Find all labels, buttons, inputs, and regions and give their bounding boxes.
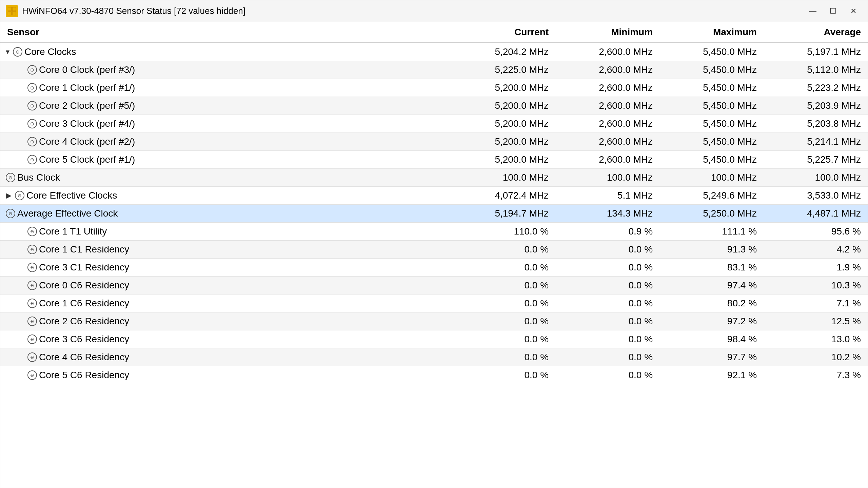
maximize-button[interactable]: ☐ xyxy=(824,4,842,18)
table-row[interactable]: ⊖Core 1 T1 Utility110.0 %0.9 %111.1 %95.… xyxy=(0,223,868,241)
row-label-container: ⊖Core 1 C6 Residency xyxy=(27,298,445,309)
expand-arrow-icon[interactable]: ▶ xyxy=(6,191,12,200)
sensor-average-value: 10.2 % xyxy=(764,348,868,366)
sensor-minimum-value: 0.0 % xyxy=(555,366,659,384)
sensor-label-cell: ▾⊖Core Clocks xyxy=(0,43,451,61)
sensor-average-value: 5,225.7 MHz xyxy=(764,151,868,169)
row-label-container: ⊖Core 3 Clock (perf #4/) xyxy=(27,118,445,129)
table-row[interactable]: ⊖Core 2 Clock (perf #5/)5,200.0 MHz2,600… xyxy=(0,97,868,115)
sensor-maximum-value: 5,450.0 MHz xyxy=(659,97,764,115)
sensor-maximum-value: 97.7 % xyxy=(659,348,764,366)
table-row[interactable]: ⊖Core 3 Clock (perf #4/)5,200.0 MHz2,600… xyxy=(0,115,868,133)
row-label-container: ⊖Core 4 C6 Residency xyxy=(27,352,445,363)
header-minimum: Minimum xyxy=(555,22,659,43)
sensor-minimum-value: 134.3 MHz xyxy=(555,205,659,223)
sensor-current-value: 0.0 % xyxy=(451,259,555,277)
table-row[interactable]: ⊖Core 5 C6 Residency0.0 %0.0 %92.1 %7.3 … xyxy=(0,366,868,384)
sensor-label-cell: ▶⊖Core Effective Clocks xyxy=(0,187,451,205)
sensor-name-text: Core 2 Clock (perf #5/) xyxy=(39,100,135,111)
sensor-average-value: 5,214.1 MHz xyxy=(764,133,868,151)
sensor-label-cell: ⊖Core 5 Clock (perf #1/) xyxy=(0,151,451,169)
row-label-container: ▾⊖Core Clocks xyxy=(6,46,445,57)
sensor-circle-icon: ⊖ xyxy=(6,209,15,218)
collapse-arrow-icon[interactable]: ▾ xyxy=(6,47,9,56)
sensor-average-value: 4,487.1 MHz xyxy=(764,205,868,223)
sensor-minimum-value: 0.0 % xyxy=(555,241,659,259)
sensor-average-value: 7.1 % xyxy=(764,294,868,312)
sensor-name-text: Core 3 C1 Residency xyxy=(39,262,129,273)
app-icon xyxy=(6,5,18,17)
sensor-circle-icon: ⊖ xyxy=(13,47,22,57)
sensor-name-text: Core 2 C6 Residency xyxy=(39,316,129,327)
close-button[interactable]: ✕ xyxy=(845,4,862,18)
table-row[interactable]: ⊖Core 5 Clock (perf #1/)5,200.0 MHz2,600… xyxy=(0,151,868,169)
table-row[interactable]: ⊖Core 4 Clock (perf #2/)5,200.0 MHz2,600… xyxy=(0,133,868,151)
sensor-label-cell: ⊖Average Effective Clock xyxy=(0,205,451,223)
row-label-container: ⊖Core 2 C6 Residency xyxy=(27,316,445,327)
table-row[interactable]: ⊖Core 0 Clock (perf #3/)5,225.0 MHz2,600… xyxy=(0,61,868,79)
sensor-label-cell: ⊖Bus Clock xyxy=(0,169,451,187)
sensor-circle-icon: ⊖ xyxy=(27,352,37,362)
table-row[interactable]: ⊖Bus Clock100.0 MHz100.0 MHz100.0 MHz100… xyxy=(0,169,868,187)
row-label-container: ⊖Core 1 Clock (perf #1/) xyxy=(27,82,445,93)
sensor-maximum-value: 5,249.6 MHz xyxy=(659,187,764,205)
table-row[interactable]: ⊖Core 4 C6 Residency0.0 %0.0 %97.7 %10.2… xyxy=(0,348,868,366)
table-row[interactable]: ⊖Core 2 C6 Residency0.0 %0.0 %97.2 %12.5… xyxy=(0,312,868,330)
row-label-container: ⊖Average Effective Clock xyxy=(6,208,445,219)
table-row[interactable]: ▶⊖Core Effective Clocks4,072.4 MHz5.1 MH… xyxy=(0,187,868,205)
sensor-maximum-value: 100.0 MHz xyxy=(659,169,764,187)
table-row[interactable]: ⊖Core 1 Clock (perf #1/)5,200.0 MHz2,600… xyxy=(0,79,868,97)
sensor-average-value: 5,203.8 MHz xyxy=(764,115,868,133)
sensor-current-value: 5,204.2 MHz xyxy=(451,43,555,61)
sensor-name-text: Bus Clock xyxy=(17,172,60,183)
sensor-name-text: Core 3 Clock (perf #4/) xyxy=(39,118,135,129)
table-row[interactable]: ⊖Core 0 C6 Residency0.0 %0.0 %97.4 %10.3… xyxy=(0,277,868,294)
table-row[interactable]: ⊖Core 3 C6 Residency0.0 %0.0 %98.4 %13.0… xyxy=(0,330,868,348)
row-label-container: ⊖Core 4 Clock (perf #2/) xyxy=(27,136,445,147)
sensor-current-value: 0.0 % xyxy=(451,277,555,294)
table-row[interactable]: ⊖Core 3 C1 Residency0.0 %0.0 %83.1 %1.9 … xyxy=(0,259,868,277)
sensor-label-cell: ⊖Core 1 T1 Utility xyxy=(0,223,451,241)
sensor-current-value: 0.0 % xyxy=(451,366,555,384)
sensor-minimum-value: 5.1 MHz xyxy=(555,187,659,205)
sensor-average-value: 5,112.0 MHz xyxy=(764,61,868,79)
row-label-container: ⊖Core 3 C6 Residency xyxy=(27,334,445,345)
header-maximum: Maximum xyxy=(659,22,764,43)
sensor-average-value: 3,533.0 MHz xyxy=(764,187,868,205)
titlebar-left: HWiNFO64 v7.30-4870 Sensor Status [72 va… xyxy=(6,5,245,17)
sensor-current-value: 0.0 % xyxy=(451,294,555,312)
table-row[interactable]: ▾⊖Core Clocks5,204.2 MHz2,600.0 MHz5,450… xyxy=(0,43,868,61)
sensor-minimum-value: 2,600.0 MHz xyxy=(555,151,659,169)
sensor-label-cell: ⊖Core 5 C6 Residency xyxy=(0,366,451,384)
sensor-circle-icon: ⊖ xyxy=(27,119,37,128)
sensor-minimum-value: 2,600.0 MHz xyxy=(555,133,659,151)
sensor-minimum-value: 2,600.0 MHz xyxy=(555,97,659,115)
sensor-minimum-value: 0.0 % xyxy=(555,348,659,366)
table-row[interactable]: ⊖Average Effective Clock5,194.7 MHz134.3… xyxy=(0,205,868,223)
minimize-button[interactable]: — xyxy=(804,4,822,18)
sensor-circle-icon: ⊖ xyxy=(15,191,24,200)
sensor-name-text: Core 4 Clock (perf #2/) xyxy=(39,136,135,147)
sensor-circle-icon: ⊖ xyxy=(27,263,37,272)
sensor-name-text: Core 3 C6 Residency xyxy=(39,334,129,345)
sensor-average-value: 95.6 % xyxy=(764,223,868,241)
table-header-row: Sensor Current Minimum Maximum Average xyxy=(0,22,868,43)
row-label-container: ⊖Core 2 Clock (perf #5/) xyxy=(27,100,445,111)
sensor-label-cell: ⊖Core 0 Clock (perf #3/) xyxy=(0,61,451,79)
sensor-current-value: 5,194.7 MHz xyxy=(451,205,555,223)
sensor-current-value: 5,200.0 MHz xyxy=(451,133,555,151)
row-label-container: ⊖Core 5 Clock (perf #1/) xyxy=(27,154,445,165)
table-row[interactable]: ⊖Core 1 C1 Residency0.0 %0.0 %91.3 %4.2 … xyxy=(0,241,868,259)
sensor-circle-icon: ⊖ xyxy=(27,334,37,344)
sensor-circle-icon: ⊖ xyxy=(27,101,37,110)
sensor-table-container: Sensor Current Minimum Maximum Average ▾… xyxy=(0,22,868,488)
sensor-average-value: 10.3 % xyxy=(764,277,868,294)
sensor-circle-icon: ⊖ xyxy=(27,281,37,290)
table-row[interactable]: ⊖Core 1 C6 Residency0.0 %0.0 %80.2 %7.1 … xyxy=(0,294,868,312)
sensor-circle-icon: ⊖ xyxy=(27,370,37,380)
sensor-name-text: Core Effective Clocks xyxy=(26,190,117,201)
sensor-current-value: 100.0 MHz xyxy=(451,169,555,187)
main-window: HWiNFO64 v7.30-4870 Sensor Status [72 va… xyxy=(0,0,868,488)
sensor-name-text: Core 0 C6 Residency xyxy=(39,280,129,291)
sensor-label-cell: ⊖Core 2 C6 Residency xyxy=(0,312,451,330)
